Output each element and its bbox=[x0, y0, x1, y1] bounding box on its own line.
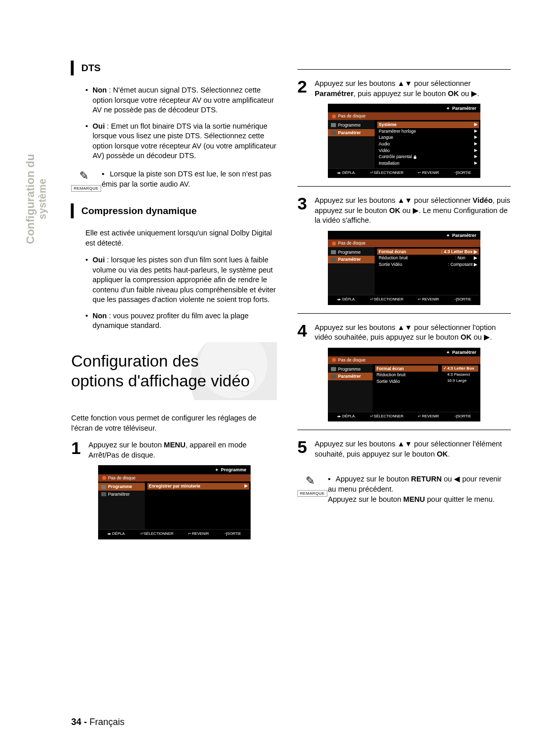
compression-option-non: • Non : vous pouvez proﬁter du ﬁlm avec … bbox=[85, 311, 277, 331]
note-label: REMARQUE bbox=[71, 185, 101, 192]
dts-option-non: • Non : N'émet aucun signal DTS. Sélecti… bbox=[85, 85, 277, 115]
compression-option-oui: • Oui : lorsque les pistes son d'un ﬁlm … bbox=[85, 255, 277, 305]
step-4: 4 Appuyez sur les boutons ▲▼ pour sélect… bbox=[297, 323, 511, 343]
step-1: 1 Appuyez sur le bouton MENU, appareil e… bbox=[71, 440, 277, 460]
osd-screenshot-parametrer-menu: Paramétrer Pas de disque Programme Param… bbox=[328, 104, 480, 178]
step-3: 3 Appuyez sur les boutons ▲▼ pour sélect… bbox=[297, 196, 511, 226]
heading-compression: Compression dynamique bbox=[71, 204, 277, 218]
heading-dts: DTS bbox=[71, 61, 277, 75]
osd-screenshot-programme: Programme Pas de disque Programme Paramé… bbox=[98, 465, 251, 539]
section-side-tab: Conﬁguration du système bbox=[24, 154, 48, 244]
osd-screenshot-video-menu: Paramétrer Pas de disque Programme Param… bbox=[328, 231, 480, 305]
dts-note: ✎ REMARQUE ▪ Lorsque la piste son DTS es… bbox=[71, 169, 277, 192]
return-menu-note: ✎ REMARQUE ▪ Appuyez sur le bouton RETUR… bbox=[297, 474, 511, 504]
compression-intro: Elle est activée uniquement lorsqu'un si… bbox=[85, 228, 277, 248]
note-icon: ✎ bbox=[297, 474, 323, 488]
step-5: 5 Appuyez sur les boutons ▲▼ pour sélect… bbox=[297, 439, 511, 459]
dts-option-oui: • Oui : Emet un ﬂot binaire DTS via la s… bbox=[85, 122, 277, 161]
note-icon: ✎ bbox=[71, 169, 97, 183]
main-title: Conﬁguration des options d'afﬁchage vidé… bbox=[66, 342, 277, 400]
osd-screenshot-format-options: Paramétrer Pas de disque Programme Param… bbox=[328, 348, 480, 422]
step-2: 2 Appuyez sur les boutons ▲▼ pour sélect… bbox=[297, 79, 511, 99]
page-footer: 34 - Français bbox=[71, 717, 125, 728]
video-config-intro: Cette fonction vous permet de conﬁgurer … bbox=[71, 413, 277, 433]
note-label: REMARQUE bbox=[297, 490, 327, 497]
